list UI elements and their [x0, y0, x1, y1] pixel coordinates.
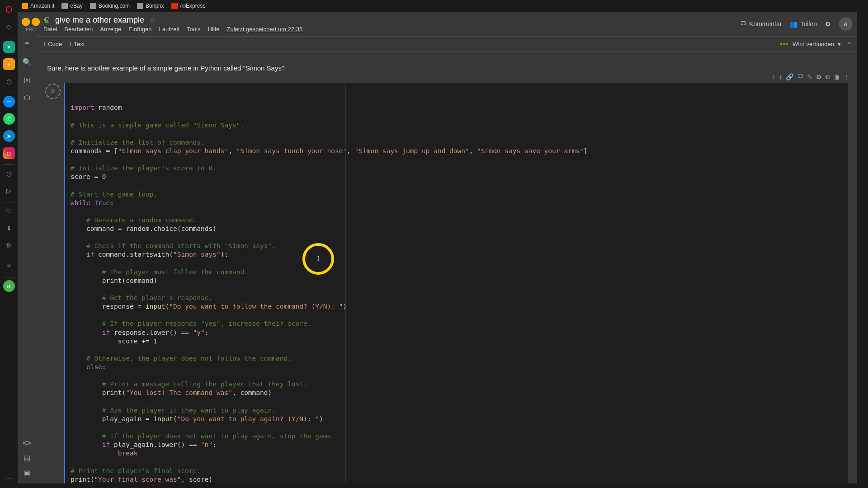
code-token: , command) — [232, 389, 272, 396]
code-snippets-icon[interactable]: <> — [23, 439, 31, 447]
code-token: ) — [343, 303, 347, 310]
code-token: : — [205, 329, 209, 336]
teilen-button[interactable]: 👥 Teilen — [790, 20, 817, 28]
comment-icon: 🗨 — [740, 20, 746, 28]
chevron-down-icon[interactable]: ▾ — [838, 41, 841, 47]
code-token: (command) — [122, 277, 158, 284]
code-editor[interactable]: import random # This is a simple game ca… — [64, 83, 848, 483]
code-string: "Simon says wave your arms" — [477, 147, 584, 155]
bookmark-bonprix[interactable]: Bonprix — [137, 3, 164, 9]
move-up-icon[interactable]: ↑ — [772, 73, 775, 81]
sidebar-instagram-icon[interactable]: ◘ — [3, 147, 15, 159]
colab-logo-icon[interactable]: ⬤⬤ PRO — [23, 16, 39, 32]
code-string: "Your final score was" — [94, 476, 181, 483]
sidebar-heart-icon[interactable]: ♡ — [3, 205, 15, 217]
editor-ruler — [345, 83, 346, 483]
move-down-icon[interactable]: ↓ — [779, 73, 782, 81]
menu-bearbeiten[interactable]: Bearbeiten — [64, 26, 93, 33]
menu-tools[interactable]: Tools — [187, 26, 200, 33]
connection-status[interactable]: ••• Wird verbunden ▾ ^ — [780, 41, 851, 47]
sidebar-telegram-icon[interactable]: ➤ — [3, 130, 15, 142]
code-comment: # Print the player's final score. — [71, 467, 201, 474]
code-keyword: break — [118, 450, 138, 457]
bookmark-aliexpress[interactable]: AliExpress — [171, 3, 206, 9]
add-code-button[interactable]: + Code — [42, 40, 62, 47]
booking-icon — [90, 3, 96, 9]
comment-cell-icon[interactable]: 🗨 — [797, 73, 803, 81]
code-string: "Do you want to follow the command? (Y/N… — [169, 303, 343, 310]
folder-icon[interactable]: 🗀 — [24, 93, 31, 101]
sidebar-whatsapp-icon[interactable]: ✆ — [3, 113, 15, 125]
terminal-icon[interactable]: ▣ — [24, 469, 30, 477]
cell-more-icon[interactable]: ⋮ — [844, 73, 850, 81]
colab-header: ⬤⬤ PRO give me a other example ☆ Datei B… — [18, 12, 857, 36]
settings-gear-icon[interactable]: ⚙ — [825, 20, 831, 28]
menu-hilfe[interactable]: Hilfe — [208, 26, 219, 33]
command-palette-icon[interactable]: ▤ — [24, 454, 30, 462]
code-token: , score) — [181, 476, 212, 483]
code-token: score = — [71, 173, 102, 180]
menu-datei[interactable]: Datei — [43, 26, 57, 33]
avatar-letter: a — [844, 20, 848, 28]
markdown-cell-text[interactable]: Sure, here is another example of a simpl… — [36, 52, 857, 79]
add-text-button[interactable]: + Text — [68, 40, 85, 47]
document-title[interactable]: give me a other example — [55, 15, 144, 25]
menu-saved-status[interactable]: Zuletzt gespeichert um 22:35 — [226, 26, 302, 33]
bookmark-booking[interactable]: Booking.com — [90, 3, 130, 9]
share-icon: 👥 — [790, 20, 797, 28]
code-comment: # Ask the player if they want to play ag… — [71, 407, 276, 414]
code-token: ( — [165, 303, 170, 310]
code-comment: # Start the game loop. — [71, 191, 157, 198]
code-token: , — [228, 147, 236, 155]
bookmark-label: eBay — [70, 3, 82, 9]
bookmark-amazon[interactable]: Amazon.it — [22, 3, 54, 9]
toc-icon[interactable]: ≡ — [25, 40, 29, 48]
sidebar-wand-icon[interactable]: ✧ — [3, 260, 15, 272]
code-comment: # If the player does not want to play ag… — [71, 432, 335, 440]
sidebar-player-icon[interactable]: ▷ — [3, 185, 15, 197]
sidebar-chatgpt-icon[interactable]: ✦ — [3, 41, 15, 53]
menu-laufzeit[interactable]: Laufzeit — [159, 26, 180, 33]
sidebar-download-icon[interactable]: ⬇ — [3, 222, 15, 234]
code-string: "Simon says touch your nose" — [236, 147, 347, 155]
status-label: Wird verbunden — [793, 41, 834, 47]
sidebar-more-icon[interactable]: ⋯ — [3, 473, 15, 484]
sidebar-app-icon[interactable]: ● — [3, 58, 15, 70]
cell-settings-icon[interactable]: ⚙ — [816, 73, 822, 81]
menu-anzeige[interactable]: Anzeige — [100, 26, 121, 33]
code-string: "Simon says clap your hands" — [118, 147, 228, 155]
run-cell-button[interactable]: ⟳ — [45, 84, 61, 99]
mirror-cell-icon[interactable]: ⧉ — [826, 73, 830, 81]
sidebar-home-icon[interactable]: ◇ — [3, 21, 15, 33]
edit-cell-icon[interactable]: ✎ — [807, 73, 812, 81]
code-token: ] — [584, 147, 588, 155]
link-icon[interactable]: 🔗 — [786, 73, 793, 81]
code-token: play_again.lower() == — [110, 441, 201, 448]
bonprix-icon — [137, 3, 143, 9]
sidebar-clock2-icon[interactable]: ◷ — [3, 168, 15, 179]
code-token — [71, 329, 102, 336]
avatar[interactable]: a — [839, 17, 853, 31]
bookmark-ebay[interactable]: eBay — [61, 3, 82, 9]
variables-icon[interactable]: {x} — [24, 76, 30, 83]
kommentar-button[interactable]: 🗨 Kommentar — [740, 20, 782, 28]
menu-einfuegen[interactable]: Einfügen — [128, 26, 151, 33]
search-icon[interactable]: 🔍 — [23, 58, 32, 66]
code-token: : — [212, 441, 217, 448]
amazon-icon — [22, 3, 28, 9]
opera-logo-icon[interactable]: O — [3, 4, 15, 15]
star-icon[interactable]: ☆ — [150, 16, 156, 24]
plus-icon: + — [68, 40, 72, 47]
teilen-label: Teilen — [800, 20, 817, 28]
code-comment: # Generate a random command. — [71, 216, 197, 224]
sidebar-clock-icon[interactable]: ◷ — [3, 75, 15, 87]
delete-cell-icon[interactable]: 🗑 — [834, 73, 840, 81]
sidebar-messenger-icon[interactable]: 〰 — [3, 96, 15, 108]
chevron-up-icon[interactable]: ^ — [848, 41, 851, 47]
sidebar-gear-icon[interactable]: ⚙ — [3, 239, 15, 251]
code-token: , — [347, 147, 354, 155]
pro-label: PRO — [21, 27, 40, 32]
sidebar-account-icon[interactable]: a — [3, 280, 15, 292]
plus-icon: + — [42, 40, 46, 47]
code-comment: # If the player responds "yes", increase… — [71, 320, 311, 327]
